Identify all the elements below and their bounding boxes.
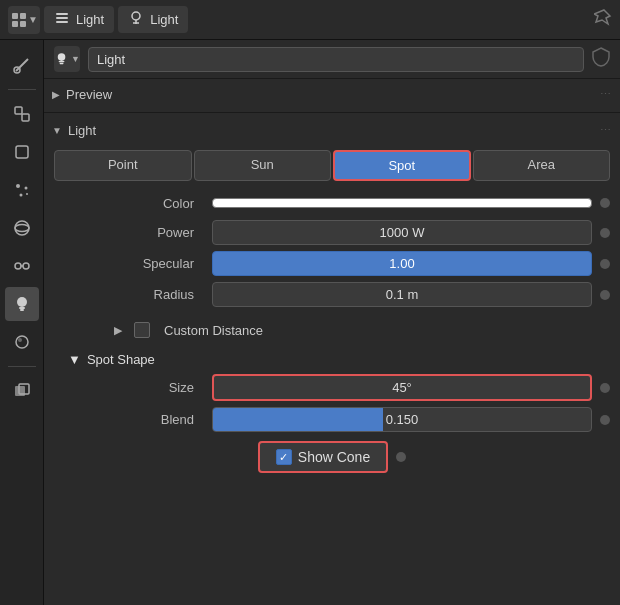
preview-section: ▶ Preview ⋯ [44,79,620,110]
light-section: ▼ Light ⋯ Point Sun Spot Area Color Powe… [44,115,620,483]
svg-point-17 [19,194,22,197]
blend-field[interactable]: 0.150 [212,407,592,432]
sidebar-icon-particles[interactable] [5,173,39,207]
size-field[interactable]: 45° [212,374,592,401]
sidebar-icon-physics[interactable] [5,211,39,245]
power-label: Power [104,225,204,240]
main-layout: ▼ ▶ Preview ⋯ ▼ Light ⋯ [0,40,620,605]
svg-line-10 [16,59,28,71]
properties-panel: ▼ ▶ Preview ⋯ ▼ Light ⋯ [44,40,620,605]
show-cone-label: Show Cone [298,449,370,465]
light-section-menu[interactable]: ⋯ [600,124,612,137]
header-tab1-label: Light [76,12,104,27]
show-cone-dot[interactable] [396,452,406,462]
specular-row: Specular 1.00 [44,248,620,279]
header-bar: ▼ Light Light [0,0,620,40]
svg-rect-0 [12,13,18,19]
svg-rect-3 [20,21,26,27]
preview-collapse-icon: ▶ [52,89,60,100]
svg-rect-25 [19,307,25,309]
light-type-area[interactable]: Area [473,150,611,181]
light-type-sun[interactable]: Sun [194,150,332,181]
blend-label: Blend [104,412,204,427]
light-icon [128,10,144,29]
specular-label: Specular [104,256,204,271]
svg-point-19 [15,221,29,235]
svg-rect-26 [20,309,24,311]
show-cone-wrapper[interactable]: ✓ Show Cone [258,441,388,473]
sidebar [0,40,44,605]
svg-rect-12 [15,107,22,114]
size-row: Size 45° [44,371,620,404]
color-dot[interactable] [600,198,610,208]
svg-point-15 [16,184,20,188]
light-section-title: Light [68,123,96,138]
svg-point-24 [17,297,27,307]
size-dot[interactable] [600,383,610,393]
svg-point-28 [18,338,22,342]
light-type-spot[interactable]: Spot [333,150,471,181]
svg-point-21 [15,263,21,269]
blend-value: 0.150 [213,408,591,431]
power-field[interactable]: 1000 W [212,220,592,245]
svg-point-31 [58,53,66,61]
sidebar-icon-object[interactable] [5,135,39,169]
header-tab-light[interactable]: Light [118,6,188,33]
object-name-input[interactable] [88,47,584,72]
pin-button[interactable] [594,8,612,31]
show-cone-checkbox[interactable]: ✓ [276,449,292,465]
svg-rect-33 [60,63,64,64]
power-row: Power 1000 W [44,217,620,248]
light-section-header[interactable]: ▼ Light ⋯ [44,119,620,142]
divider-1 [44,112,620,113]
specular-field[interactable]: 1.00 [212,251,592,276]
svg-rect-32 [59,61,65,62]
svg-point-22 [23,263,29,269]
blend-dot[interactable] [600,415,610,425]
svg-rect-14 [16,146,28,158]
radius-dot[interactable] [600,290,610,300]
custom-distance-collapse[interactable]: ▶ [114,324,122,337]
light-type-selector: Point Sun Spot Area [44,146,620,185]
color-field[interactable] [212,198,592,208]
size-label: Size [104,380,204,395]
svg-rect-2 [12,21,18,27]
svg-point-18 [26,193,28,195]
sidebar-sep-2 [8,366,36,367]
header-tab2-label: Light [150,12,178,27]
spot-shape-collapse-icon: ▼ [68,352,81,367]
preview-section-title: Preview [66,87,112,102]
header-tab-properties[interactable]: Light [44,6,114,33]
sidebar-icon-render[interactable] [5,374,39,408]
color-label: Color [104,196,204,211]
sidebar-icon-material[interactable] [5,325,39,359]
light-type-point[interactable]: Point [54,150,192,181]
sidebar-icon-data[interactable] [5,287,39,321]
power-dot[interactable] [600,228,610,238]
sidebar-icon-scene[interactable] [5,97,39,131]
svg-point-20 [15,225,29,232]
shield-icon [592,47,610,72]
spot-shape-title: Spot Shape [87,352,155,367]
object-type-button[interactable]: ▼ [54,46,80,72]
editor-type-button[interactable]: ▼ [8,6,40,34]
radius-field[interactable]: 0.1 m [212,282,592,307]
preview-section-header[interactable]: ▶ Preview ⋯ [44,83,620,106]
custom-distance-row: ▶ Custom Distance [44,316,620,344]
svg-rect-13 [22,114,29,121]
specular-dot[interactable] [600,259,610,269]
spot-shape-header[interactable]: ▼ Spot Shape [44,348,620,371]
color-row: Color [44,189,620,217]
sidebar-icon-constraints[interactable] [5,249,39,283]
svg-rect-1 [20,13,26,19]
show-cone-row: ✓ Show Cone [44,435,620,479]
sidebar-icon-tools[interactable] [5,48,39,82]
properties-icon [54,10,70,29]
svg-rect-5 [56,17,68,19]
preview-section-menu[interactable]: ⋯ [600,88,612,101]
svg-point-27 [16,336,28,348]
custom-distance-toggle[interactable] [134,322,150,338]
svg-point-7 [132,12,140,20]
svg-rect-4 [56,13,68,15]
blend-row: Blend 0.150 [44,404,620,435]
